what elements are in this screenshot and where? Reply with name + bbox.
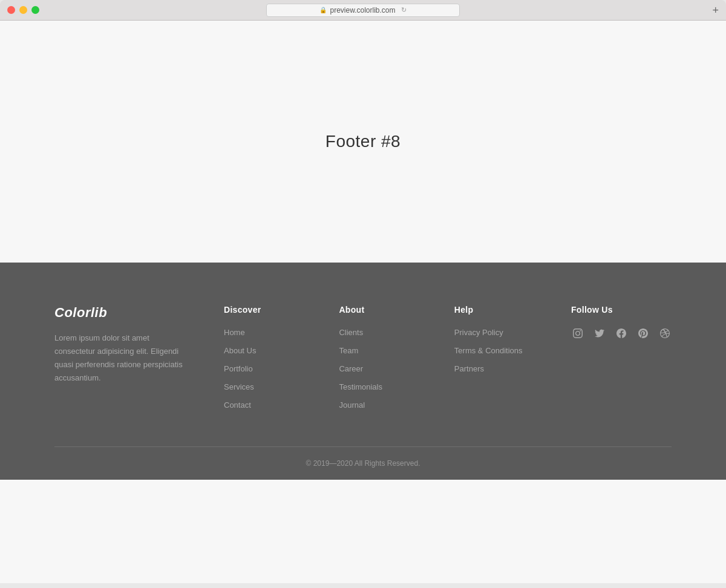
facebook-icon[interactable] — [615, 327, 628, 340]
footer-col-discover: Discover Home About Us Portfolio Service… — [224, 305, 290, 410]
footer-col-about-heading: About — [339, 305, 405, 315]
footer-copyright: © 2019—2020 All Rights Reserved. — [54, 459, 672, 468]
footer-top: Colorlib Lorem ipsum dolor sit amet cons… — [54, 305, 672, 446]
pinterest-icon[interactable] — [636, 327, 650, 340]
list-item: Terms & Conditions — [454, 345, 523, 356]
instagram-icon[interactable] — [571, 327, 584, 340]
footer-col-discover-list: Home About Us Portfolio Services Contact — [224, 327, 290, 410]
browser-titlebar: 🔒 preview.colorlib.com ↻ + — [0, 6, 726, 20]
add-tab-button[interactable]: + — [712, 5, 719, 16]
discover-portfolio-link[interactable]: Portfolio — [224, 364, 253, 373]
list-item: Contact — [224, 399, 290, 410]
footer-col-about: About Clients Team Career Testimonials J… — [339, 305, 405, 410]
maximize-button[interactable] — [31, 6, 39, 14]
lock-icon: 🔒 — [319, 7, 327, 13]
help-terms-link[interactable]: Terms & Conditions — [454, 346, 523, 355]
help-privacy-link[interactable]: Privacy Policy — [454, 328, 503, 337]
about-career-link[interactable]: Career — [339, 364, 363, 373]
about-team-link[interactable]: Team — [339, 346, 358, 355]
discover-home-link[interactable]: Home — [224, 328, 245, 337]
twitter-icon[interactable] — [593, 327, 606, 340]
list-item: Services — [224, 381, 290, 392]
list-item: Testimonials — [339, 381, 405, 392]
minimize-button[interactable] — [19, 6, 27, 14]
discover-about-link[interactable]: About Us — [224, 346, 256, 355]
footer-col-help-list: Privacy Policy Terms & Conditions Partne… — [454, 327, 523, 374]
about-journal-link[interactable]: Journal — [339, 400, 365, 410]
page-content-area: Footer #8 — [0, 21, 726, 263]
about-clients-link[interactable]: Clients — [339, 328, 363, 337]
footer-col-follow-heading: Follow Us — [571, 305, 672, 315]
footer-description: Lorem ipsum dolor sit amet consectetur a… — [54, 332, 188, 385]
help-partners-link[interactable]: Partners — [454, 364, 484, 373]
list-item: Privacy Policy — [454, 327, 523, 338]
footer-logo: Colorlib — [54, 305, 224, 321]
footer-nav-columns: Discover Home About Us Portfolio Service… — [224, 305, 672, 410]
list-item: Clients — [339, 327, 405, 338]
social-icons — [571, 327, 672, 340]
discover-contact-link[interactable]: Contact — [224, 400, 251, 410]
footer-col-about-list: Clients Team Career Testimonials Journal — [339, 327, 405, 410]
close-button[interactable] — [7, 6, 15, 14]
footer: Colorlib Lorem ipsum dolor sit amet cons… — [0, 263, 726, 480]
footer-col-follow: Follow Us — [571, 305, 672, 410]
list-item: Team — [339, 345, 405, 356]
footer-col-discover-heading: Discover — [224, 305, 290, 315]
discover-services-link[interactable]: Services — [224, 382, 254, 391]
list-item: About Us — [224, 345, 290, 356]
refresh-icon: ↻ — [401, 6, 407, 14]
page-title: Footer #8 — [325, 132, 401, 151]
footer-bottom: © 2019—2020 All Rights Reserved. — [54, 447, 672, 480]
list-item: Partners — [454, 363, 523, 374]
list-item: Career — [339, 363, 405, 374]
address-bar[interactable]: 🔒 preview.colorlib.com ↻ — [266, 4, 460, 17]
browser-chrome: 🔒 preview.colorlib.com ↻ + — [0, 0, 726, 21]
about-testimonials-link[interactable]: Testimonials — [339, 382, 382, 391]
list-item: Home — [224, 327, 290, 338]
list-item: Journal — [339, 399, 405, 410]
footer-col-help-heading: Help — [454, 305, 523, 315]
dribbble-icon[interactable] — [658, 327, 672, 340]
footer-col-help: Help Privacy Policy Terms & Conditions P… — [454, 305, 523, 410]
browser-content: Footer #8 Colorlib Lorem ipsum dolor sit… — [0, 21, 726, 583]
browser-dots — [7, 6, 39, 14]
list-item: Portfolio — [224, 363, 290, 374]
footer-brand: Colorlib Lorem ipsum dolor sit amet cons… — [54, 305, 224, 410]
url-text: preview.colorlib.com — [330, 6, 395, 15]
